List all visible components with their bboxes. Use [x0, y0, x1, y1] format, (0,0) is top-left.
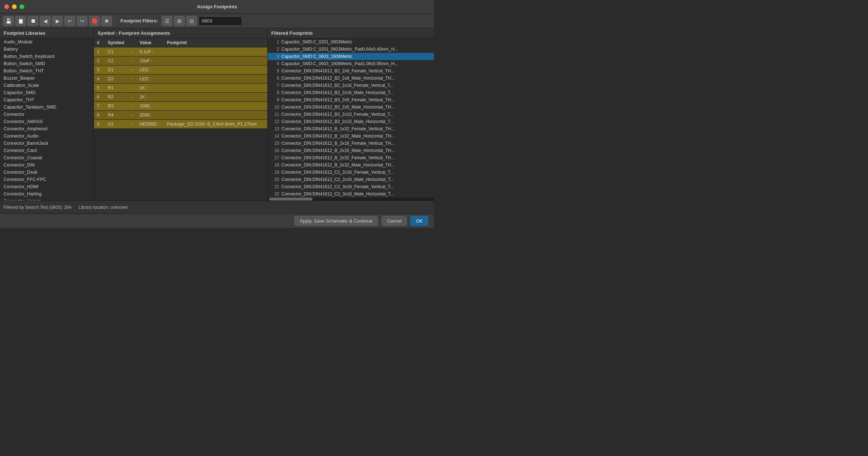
- fp-name: Capacitor_SMD:C_0201_0603Metric_Pad0.64x…: [281, 47, 398, 52]
- cell-num: 6: [94, 93, 105, 102]
- footprint-list-item[interactable]: 17Connector_DIN:DIN41612_B_2x32_Female_V…: [268, 154, 434, 161]
- fp-name: Connector_DIN:DIN41612_C2_2x16_Male_Hori…: [281, 177, 394, 182]
- library-list[interactable]: Audio_ModuleBatteryButton_Switch_Keyboar…: [0, 38, 94, 200]
- apply-save-button[interactable]: Apply, Save Schematic & Continue: [294, 216, 378, 226]
- cell-fp: [164, 102, 267, 111]
- filter-btn1[interactable]: ☰: [162, 16, 173, 26]
- footprint-list-item[interactable]: 19Connector_DIN:DIN41612_C2_2x16_Female_…: [268, 169, 434, 176]
- library-list-item[interactable]: Capacitor_SMD: [0, 89, 94, 96]
- footprint-list-item[interactable]: 15Connector_DIN:DIN41612_B_2x16_Female_V…: [268, 140, 434, 147]
- table-row[interactable]: 9 U1 - NE555D : Package_SO:SOIC-8_3.9x4.…: [94, 120, 267, 129]
- table-row[interactable]: 1 C1 - 0.1uF :: [94, 47, 267, 56]
- footprint-list-item[interactable]: 10Connector_DIN:DIN41612_B3_2x5_Male_Hor…: [268, 104, 434, 111]
- middle-panel: Symbol : Footprint Assignments # Symbol …: [94, 28, 268, 200]
- filter-input[interactable]: [199, 16, 242, 26]
- library-list-item[interactable]: Button_Switch_SMD: [0, 60, 94, 67]
- undo-button[interactable]: ↩: [64, 16, 75, 26]
- table-row[interactable]: 7 R3 - 100K :: [94, 102, 267, 111]
- footprint-list-item[interactable]: 22Connector_DIN:DIN41612_C2_3x16_Male_Ho…: [268, 190, 434, 198]
- library-list-item[interactable]: Connector_Coaxial: [0, 154, 94, 161]
- library-list-item[interactable]: Connector_Audio: [0, 132, 94, 140]
- table-row[interactable]: 4 D2 - LED :: [94, 75, 267, 84]
- library-list-item[interactable]: Connector_HDMI: [0, 183, 94, 190]
- table-row[interactable]: 5 R1 - 1K :: [94, 84, 267, 93]
- assignments-scroll[interactable]: # Symbol Value Footprint 1 C1 - 0.1uF : …: [94, 38, 267, 200]
- footprint-list-item[interactable]: 5Connector_DIN:DIN41612_B2_2x8_Female_Ve…: [268, 67, 434, 75]
- horizontal-scrollbar-thumb[interactable]: [269, 198, 312, 200]
- library-list-item[interactable]: Connector_Harwin: [0, 198, 94, 200]
- library-list-item[interactable]: Connector: [0, 111, 94, 118]
- cell-dash: -: [129, 102, 137, 111]
- library-list-item[interactable]: Connector_Harting: [0, 190, 94, 198]
- library-list-item[interactable]: Connector_DIN: [0, 161, 94, 169]
- library-list-item[interactable]: Connector_Amphenol: [0, 125, 94, 132]
- library-list-item[interactable]: Capacitor_Tantalum_SMD: [0, 104, 94, 111]
- footprint-list-item[interactable]: 8Connector_DIN:DIN41612_B2_2x16_Male_Hor…: [268, 89, 434, 96]
- footprint-list-item[interactable]: 6Connector_DIN:DIN41612_B2_2x8_Male_Hori…: [268, 75, 434, 82]
- cell-sym: D2: [105, 75, 129, 84]
- forward-button[interactable]: ▶: [52, 16, 63, 26]
- fp-num: 15: [271, 141, 279, 146]
- library-list-item[interactable]: Button_Switch_Keyboard: [0, 53, 94, 60]
- library-list-item[interactable]: Connector_FFC-FPC: [0, 176, 94, 183]
- footprint-list-item[interactable]: 2Capacitor_SMD:C_0201_0603Metric_Pad0.64…: [268, 46, 434, 53]
- table-row[interactable]: 3 D1 - LED :: [94, 66, 267, 75]
- cell-fp: [164, 93, 267, 102]
- cell-sym: R1: [105, 84, 129, 93]
- horizontal-scrollbar[interactable]: [268, 198, 434, 200]
- cell-num: 1: [94, 47, 105, 56]
- table-row[interactable]: 6 R2 - 1K :: [94, 93, 267, 102]
- library-list-item[interactable]: Connector_Dsub: [0, 169, 94, 176]
- filter-btn2[interactable]: ⊞: [174, 16, 185, 26]
- footprint-list-item[interactable]: 12Connector_DIN:DIN41612_B3_2x10_Male_Ho…: [268, 118, 434, 125]
- footprint-list-item[interactable]: 1Capacitor_SMD:C_0201_0603Metric: [268, 38, 434, 46]
- library-list-item[interactable]: Connector_AMASS: [0, 118, 94, 125]
- fp-num: 14: [271, 134, 279, 139]
- library-list-item[interactable]: Calibration_Scale: [0, 82, 94, 89]
- library-list-item[interactable]: Capacitor_THT: [0, 96, 94, 104]
- cell-sym: R2: [105, 93, 129, 102]
- save-button[interactable]: 💾: [3, 16, 14, 26]
- library-list-item[interactable]: Battery: [0, 46, 94, 53]
- library-list-item[interactable]: Buzzer_Beeper: [0, 75, 94, 82]
- fp-num: 12: [271, 119, 279, 124]
- filter-btn3[interactable]: ⊟: [186, 16, 197, 26]
- back-button[interactable]: ◀: [40, 16, 51, 26]
- table-row[interactable]: 8 R4 - 200K :: [94, 111, 267, 120]
- footprint-list-item[interactable]: 9Connector_DIN:DIN41612_B3_2x5_Female_Ve…: [268, 96, 434, 104]
- footprint-list-item[interactable]: 7Connector_DIN:DIN41612_B2_2x16_Female_V…: [268, 82, 434, 89]
- redo-button[interactable]: ↪: [77, 16, 88, 26]
- col-fp: Footprint: [164, 38, 267, 47]
- fp-name: Connector_DIN:DIN41612_B2_2x8_Male_Horiz…: [281, 76, 395, 81]
- footprint-list-item[interactable]: 11Connector_DIN:DIN41612_B3_2x10_Female_…: [268, 111, 434, 118]
- view-grid-button[interactable]: 🔲: [27, 16, 38, 26]
- remove-button[interactable]: ✖: [101, 16, 112, 26]
- footprint-list[interactable]: 1Capacitor_SMD:C_0201_0603Metric2Capacit…: [268, 38, 434, 198]
- ok-button[interactable]: OK: [410, 216, 428, 226]
- fp-num: 18: [271, 162, 279, 168]
- cancel-button[interactable]: Cancel: [382, 216, 407, 226]
- footprint-list-item[interactable]: 13Connector_DIN:DIN41612_B_1x32_Female_V…: [268, 125, 434, 132]
- toolbar-separator: [115, 17, 115, 25]
- footprint-list-item[interactable]: 3Capacitor_SMD:C_0603_1608Metric: [268, 53, 434, 60]
- library-list-item[interactable]: Button_Switch_THT: [0, 67, 94, 75]
- footprint-list-item[interactable]: 14Connector_DIN:DIN41612_B_1x32_Male_Hor…: [268, 132, 434, 140]
- library-list-item[interactable]: Audio_Module: [0, 38, 94, 46]
- view-list-button[interactable]: 📋: [15, 16, 26, 26]
- minimize-button[interactable]: [12, 4, 17, 9]
- library-list-item[interactable]: Connector_Card: [0, 147, 94, 154]
- close-button[interactable]: [4, 4, 9, 9]
- footprint-list-item[interactable]: 18Connector_DIN:DIN41612_B_2x32_Male_Hor…: [268, 161, 434, 169]
- fp-name: Connector_DIN:DIN41612_B_1x32_Male_Horiz…: [281, 134, 395, 139]
- footprint-list-item[interactable]: 20Connector_DIN:DIN41612_C2_2x16_Male_Ho…: [268, 176, 434, 183]
- highlight-button[interactable]: 🔴: [89, 16, 100, 26]
- fp-name: Capacitor_SMD:C_0603_1608Metric: [281, 54, 352, 59]
- maximize-button[interactable]: [20, 4, 24, 9]
- footprint-list-item[interactable]: 21Connector_DIN:DIN41612_C2_3x16_Female_…: [268, 183, 434, 190]
- footprint-list-item[interactable]: 16Connector_DIN:DIN41612_B_2x16_Male_Hor…: [268, 147, 434, 154]
- table-row[interactable]: 2 C2 - 10uF :: [94, 56, 267, 66]
- library-list-item[interactable]: Connector_BarrelJack: [0, 140, 94, 147]
- footprint-list-item[interactable]: 4Capacitor_SMD:C_0603_1608Metric_Pad1.08…: [268, 60, 434, 67]
- fp-name: Connector_DIN:DIN41612_B_2x32_Male_Horiz…: [281, 162, 395, 168]
- cell-val: 200K :: [137, 111, 164, 120]
